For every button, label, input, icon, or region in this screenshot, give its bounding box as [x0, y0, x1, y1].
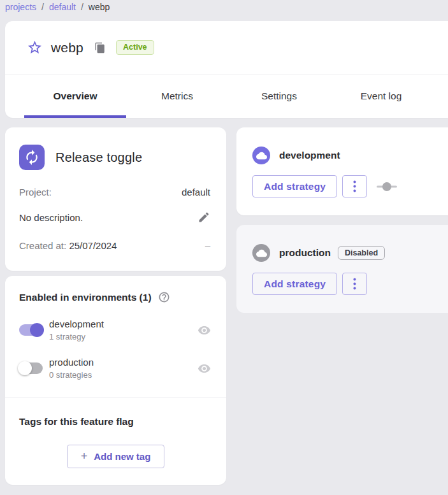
tab-label: Settings	[261, 90, 297, 102]
feature-title-row: webp Active	[5, 21, 448, 74]
copy-name-icon[interactable]	[94, 42, 106, 54]
environment-toggle-development[interactable]	[19, 324, 43, 336]
toggle-thumb	[30, 323, 44, 337]
created-row: Created at: 25/07/2024 –	[19, 240, 210, 251]
description-row: No description.	[19, 211, 210, 224]
environments-card: Enabled in environments (1) development …	[5, 276, 226, 485]
breadcrumb-separator: /	[81, 2, 83, 12]
breadcrumb-separator: /	[41, 2, 44, 12]
add-strategy-button[interactable]: Add strategy	[252, 273, 337, 295]
left-column: Release toggle Project: default No descr…	[5, 127, 226, 485]
project-value: default	[182, 187, 210, 197]
description-text: No description.	[19, 212, 83, 223]
panel-header: development	[252, 147, 448, 164]
cloud-environment-icon	[252, 244, 270, 262]
environment-texts: production 0 strategies	[49, 357, 94, 380]
environments-title: Enabled in environments (1)	[19, 292, 152, 303]
created-label: Created at:	[19, 240, 66, 251]
environment-row-production: production 0 strategies	[5, 357, 226, 380]
project-row: Project: default	[19, 187, 210, 197]
feature-header-card: webp Active Overview Metrics Settings Ev…	[5, 21, 448, 118]
flag-details-card: Release toggle Project: default No descr…	[5, 127, 226, 271]
page-title: webp	[51, 40, 83, 55]
flag-type-row: Release toggle	[19, 145, 210, 170]
release-toggle-icon	[19, 145, 45, 170]
more-options-kebab-button[interactable]	[342, 175, 367, 197]
tab-label: Overview	[54, 90, 98, 102]
flag-type-title: Release toggle	[55, 150, 142, 165]
visibility-eye-icon[interactable]	[198, 362, 211, 375]
visibility-eye-icon[interactable]	[198, 324, 211, 337]
help-icon[interactable]	[158, 291, 170, 303]
more-options-kebab-button[interactable]	[342, 273, 367, 295]
tab-label: Metrics	[161, 90, 193, 102]
plus-icon: +	[81, 450, 88, 463]
disabled-chip: Disabled	[338, 246, 385, 261]
tab-metrics[interactable]: Metrics	[126, 75, 228, 118]
status-badge: Active	[116, 40, 154, 55]
toggle-thumb	[18, 361, 32, 375]
project-label: Project:	[19, 187, 52, 197]
add-new-tag-button[interactable]: + Add new tag	[67, 445, 164, 468]
tab-bar: Overview Metrics Settings Event log	[5, 75, 448, 118]
environment-toggle-production[interactable]	[19, 362, 43, 374]
environment-name: production	[49, 357, 94, 368]
breadcrumb-link-default[interactable]: default	[49, 2, 76, 12]
environment-panel-development: development Add strategy	[236, 127, 448, 215]
environment-row-development: development 1 strategy	[5, 319, 226, 341]
environment-panel-name: production	[279, 247, 331, 259]
add-tag-label: Add new tag	[94, 451, 150, 462]
cloud-environment-icon	[252, 147, 270, 164]
last-seen-empty-value: –	[205, 240, 210, 251]
tab-label: Event log	[361, 90, 402, 102]
favorite-star-icon[interactable]	[27, 39, 43, 55]
environment-name: development	[49, 319, 104, 329]
rollout-slider-icon	[377, 182, 397, 192]
edit-description-icon[interactable]	[198, 211, 210, 224]
environment-strategy-count: 1 strategy	[49, 332, 104, 341]
environment-panel-production: production Disabled Add strategy	[236, 225, 448, 313]
panel-header: production Disabled	[252, 244, 448, 262]
created-value: 25/07/2024	[69, 240, 117, 251]
card-divider	[5, 398, 226, 398]
environment-strategy-count: 0 strategies	[49, 370, 94, 380]
breadcrumb: projects / default / webp	[0, 0, 448, 12]
main-content: Release toggle Project: default No descr…	[5, 127, 448, 485]
environments-heading-row: Enabled in environments (1)	[5, 291, 226, 303]
right-column: development Add strategy	[236, 127, 448, 313]
add-strategy-button[interactable]: Add strategy	[252, 175, 337, 197]
environment-texts: development 1 strategy	[49, 319, 104, 341]
tab-settings[interactable]: Settings	[228, 75, 330, 118]
environment-panel-name: development	[279, 150, 340, 161]
tab-event-log[interactable]: Event log	[330, 75, 432, 118]
breadcrumb-current: webp	[89, 2, 110, 12]
tab-overview[interactable]: Overview	[24, 75, 126, 118]
tags-section-title: Tags for this feature flag	[5, 416, 226, 427]
panel-actions: Add strategy	[252, 175, 448, 197]
panel-actions: Add strategy	[252, 273, 448, 295]
breadcrumb-link-projects[interactable]: projects	[5, 2, 36, 12]
page: projects / default / webp webp Active Ov…	[0, 0, 448, 495]
